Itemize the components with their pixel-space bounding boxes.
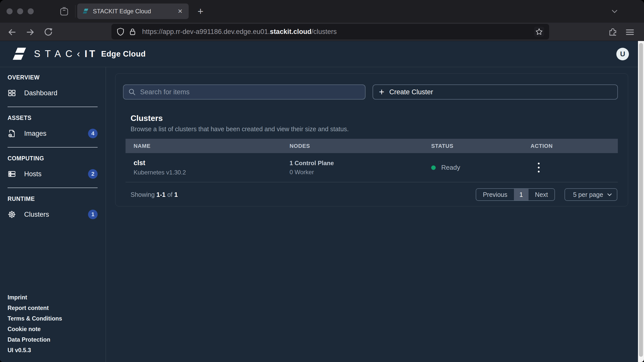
- tab-title: STACKIT Edge Cloud: [93, 8, 177, 15]
- cluster-status-cell: Ready: [431, 164, 531, 171]
- cluster-action-cell: [531, 161, 618, 175]
- tab-close-icon[interactable]: ✕: [177, 7, 184, 16]
- control-plane-count: 1 Control Plane: [290, 160, 431, 167]
- search-box[interactable]: [123, 84, 366, 100]
- product-name: Edge Cloud: [101, 50, 146, 59]
- column-name: NAME: [126, 143, 290, 149]
- page-scrollbar[interactable]: [638, 41, 644, 362]
- plus-icon: +: [379, 87, 384, 97]
- table-footer: Showing 1-1 of 1 Previous 1 Next 5 per p…: [115, 188, 628, 201]
- cluster-version: Kubernetes v1.30.2: [134, 169, 290, 176]
- sidebar-section-overview: OVERVIEW Dashboard: [0, 74, 106, 98]
- sidebar: OVERVIEW Dashboard ASSETS: [0, 67, 106, 362]
- browser-window: STACKIT Edge Cloud ✕ +: [0, 0, 644, 362]
- hosts-count-badge: 2: [88, 169, 98, 179]
- section-label: ASSETS: [8, 114, 106, 122]
- section-label: RUNTIME: [8, 195, 106, 203]
- images-count-badge: 4: [88, 129, 98, 138]
- zoom-window-button[interactable]: [28, 8, 34, 14]
- clusters-table: NAME NODES STATUS ACTION clst Kubernetes…: [126, 139, 618, 182]
- scrollbar-thumb[interactable]: [639, 43, 643, 357]
- section-label: COMPUTING: [8, 155, 106, 162]
- active-tab[interactable]: STACKIT Edge Cloud ✕: [77, 4, 189, 19]
- close-window-button[interactable]: [7, 8, 13, 14]
- previous-page-button[interactable]: Previous: [476, 189, 514, 200]
- link-terms[interactable]: Terms & Conditions: [8, 313, 62, 324]
- clusters-card: + Create Cluster Clusters Browse a list …: [115, 73, 628, 206]
- tracking-protection-shield-icon[interactable]: [116, 27, 125, 36]
- extensions-puzzle-icon[interactable]: [607, 27, 618, 38]
- stackit-logo-icon: [11, 47, 27, 62]
- bookmark-star-icon[interactable]: [534, 27, 544, 37]
- hamburger-menu-icon[interactable]: [624, 27, 635, 38]
- link-imprint[interactable]: Imprint: [8, 292, 62, 303]
- sidebar-divider: [8, 107, 98, 107]
- cluster-name-cell: clst Kubernetes v1.30.2: [126, 159, 290, 176]
- sidebar-divider: [8, 188, 98, 188]
- link-report-content[interactable]: Report content: [8, 303, 62, 313]
- column-action: ACTION: [531, 143, 618, 149]
- sidebar-section-runtime: RUNTIME Clusters 1: [0, 195, 106, 220]
- sidebar-item-hosts[interactable]: Hosts 2: [0, 169, 106, 179]
- main-content: + Create Cluster Clusters Browse a list …: [106, 67, 638, 362]
- tab-separator: [75, 5, 75, 18]
- sidebar-item-label: Hosts: [24, 170, 42, 178]
- sidebar-divider: [8, 147, 98, 148]
- status-text: Ready: [441, 164, 460, 171]
- list-all-tabs-icon[interactable]: [610, 7, 619, 16]
- dashboard-icon: [8, 89, 16, 97]
- link-cookie-note[interactable]: Cookie note: [8, 324, 62, 334]
- link-data-protection[interactable]: Data Protection: [8, 334, 62, 345]
- sidebar-item-label: Images: [24, 130, 47, 138]
- clusters-helm-icon: [8, 210, 16, 219]
- sidebar-section-computing: COMPUTING Hosts 2: [0, 155, 106, 179]
- chevron-down-icon: [606, 191, 613, 198]
- sidebar-item-dashboard[interactable]: Dashboard: [0, 88, 106, 98]
- forward-icon[interactable]: [25, 27, 36, 38]
- create-cluster-label: Create Cluster: [389, 88, 433, 96]
- column-status: STATUS: [431, 143, 531, 149]
- sidebar-section-assets: ASSETS Images 4: [0, 114, 106, 139]
- minimize-window-button[interactable]: [17, 8, 23, 14]
- user-avatar[interactable]: U: [616, 48, 629, 60]
- cluster-nodes-cell: 1 Control Plane 0 Worker: [290, 160, 431, 176]
- sidebar-footer-links: Imprint Report content Terms & Condition…: [8, 292, 62, 355]
- back-icon[interactable]: [7, 27, 18, 38]
- cluster-name[interactable]: clst: [134, 159, 290, 167]
- pagination: Previous 1 Next: [476, 188, 555, 201]
- per-page-select[interactable]: 5 per page: [565, 188, 617, 201]
- sidebar-item-label: Dashboard: [24, 89, 57, 97]
- stackit-favicon-icon: [82, 8, 89, 15]
- url-text: https://app.rr-dev-a991186.dev.edge.eu01…: [142, 28, 337, 36]
- worker-count: 0 Worker: [290, 169, 431, 176]
- page-title: Clusters: [131, 114, 628, 123]
- row-actions-kebab-icon[interactable]: [533, 161, 544, 175]
- search-input[interactable]: [140, 88, 360, 96]
- browser-toolbar: https://app.rr-dev-a991186.dev.edge.eu01…: [0, 23, 644, 41]
- tab-overview-icon[interactable]: [60, 7, 69, 16]
- next-page-button[interactable]: Next: [529, 189, 554, 200]
- address-bar[interactable]: https://app.rr-dev-a991186.dev.edge.eu01…: [111, 24, 549, 39]
- window-controls[interactable]: [7, 8, 34, 14]
- sidebar-item-clusters[interactable]: Clusters 1: [0, 209, 106, 220]
- hosts-icon: [8, 170, 16, 178]
- browser-tab-bar: STACKIT Edge Cloud ✕ +: [0, 0, 644, 23]
- table-header: NAME NODES STATUS ACTION: [126, 139, 618, 153]
- search-icon: [128, 88, 136, 96]
- reload-icon[interactable]: [43, 27, 54, 38]
- column-nodes: NODES: [290, 143, 431, 149]
- sidebar-item-images[interactable]: Images 4: [0, 128, 106, 139]
- per-page-value: 5 per page: [573, 191, 603, 198]
- page-subtitle: Browse a list of clusters that have been…: [131, 125, 628, 133]
- section-label: OVERVIEW: [8, 74, 106, 81]
- connection-secure-lock-icon[interactable]: [129, 27, 137, 36]
- create-cluster-button[interactable]: + Create Cluster: [373, 84, 618, 100]
- images-icon: [8, 129, 16, 138]
- current-page-button[interactable]: 1: [514, 189, 529, 200]
- table-row: clst Kubernetes v1.30.2 1 Control Plane …: [126, 153, 618, 182]
- brand-wordmark: STAC‹IT: [34, 49, 97, 59]
- app-header: STAC‹IT Edge Cloud U: [0, 41, 644, 67]
- ui-version: UI v0.5.3: [8, 345, 62, 355]
- new-tab-button[interactable]: +: [194, 5, 207, 18]
- showing-summary: Showing 1-1 of 1: [131, 191, 178, 198]
